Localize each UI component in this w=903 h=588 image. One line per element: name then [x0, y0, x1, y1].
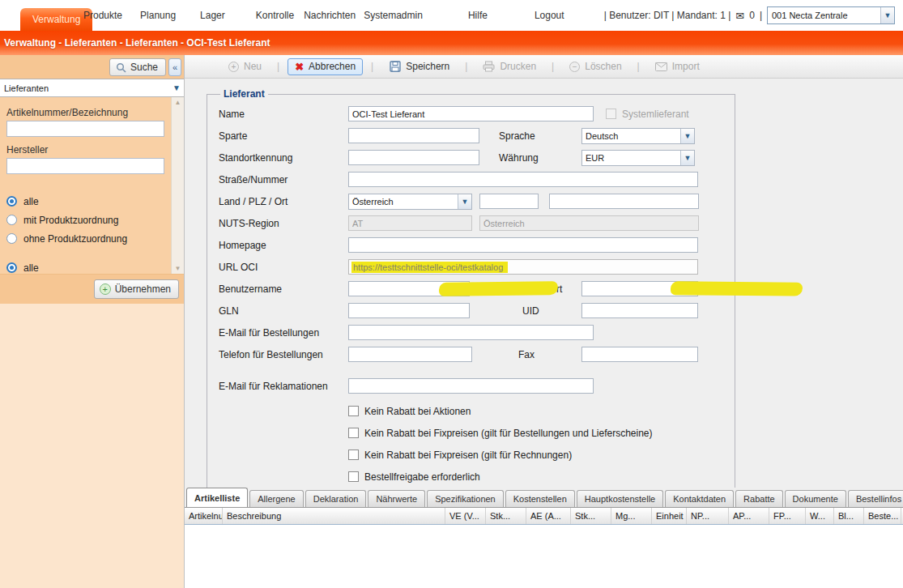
sparte-input[interactable] [348, 128, 479, 143]
homepage-input[interactable] [348, 237, 698, 253]
telefon-bestellungen-input[interactable] [348, 347, 472, 362]
ort-input[interactable] [549, 194, 699, 209]
fax-input[interactable] [581, 347, 698, 362]
radio-button-icon [6, 233, 17, 244]
col-stk-1[interactable]: Stk... [486, 508, 526, 524]
menu-kontrolle[interactable]: Kontrolle [256, 10, 294, 21]
col-mg[interactable]: Mg... [611, 508, 652, 524]
col-ve[interactable]: VE (V... [445, 508, 486, 524]
tab-artikelliste-label: Artikelliste [194, 493, 240, 503]
tab-naehrwerte[interactable]: Nährwerte [368, 490, 425, 507]
radio-button-icon [6, 262, 17, 273]
col-stk-2[interactable]: Stk... [571, 508, 611, 524]
email-bestellungen-input[interactable] [348, 325, 594, 340]
menu-produkte[interactable]: Produkte [83, 10, 122, 21]
search-button[interactable]: Suche [109, 58, 166, 76]
radio-alle-label: alle [23, 196, 39, 207]
tab-spezifikationen[interactable]: Spezifikationen [427, 490, 504, 507]
email-reklamationen-input[interactable] [348, 378, 594, 394]
standortkennung-input[interactable] [348, 150, 479, 165]
radio-alle[interactable]: alle [6, 192, 164, 211]
neu-button[interactable]: + Neu [221, 58, 269, 75]
row-email-reklamationen: E-Mail für Reklamationen [219, 375, 735, 397]
scroll-up-icon[interactable]: ▲ [175, 99, 181, 106]
url-oci-input[interactable]: https://testtschnittstelle-oci/testkatal… [348, 259, 698, 275]
neu-label: Neu [244, 61, 262, 72]
loeschen-button[interactable]: − Löschen [562, 58, 628, 75]
kein-rabatt-fixpreise-best-label: Kein Rabatt bei Fixpreisen (gilt für Bes… [364, 428, 653, 439]
action-toolbar: + Neu | ✖ Abbrechen | Speichern | [185, 55, 903, 79]
radio-ohne-produktzuordnung[interactable]: ohne Produktzuordnung [6, 229, 164, 248]
col-artikelnummer[interactable]: Artikelnu... [185, 508, 223, 524]
tab-spezifikationen-label: Spezifikationen [435, 494, 496, 504]
bestellfreigabe-checkbox[interactable] [348, 471, 359, 482]
chevron-down-icon: ▼ [680, 129, 694, 143]
gln-input[interactable] [348, 303, 470, 318]
tab-bestellinfos[interactable]: Bestellinfos [848, 490, 903, 507]
tab-dokumente[interactable]: Dokumente [785, 490, 846, 507]
hersteller-input[interactable] [6, 158, 164, 174]
kein-rabatt-fixpreise-best-checkbox[interactable] [348, 428, 359, 438]
radio-mit-label: mit Produktzuordnung [23, 215, 118, 226]
speichern-button[interactable]: Speichern [381, 58, 457, 75]
tab-deklaration[interactable]: Deklaration [305, 490, 367, 507]
col-np[interactable]: NP... [687, 508, 729, 524]
tab-dokumente-label: Dokumente [793, 494, 838, 504]
menu-nachrichten[interactable]: Nachrichten [304, 10, 356, 21]
tab-deklaration-label: Deklaration [313, 494, 359, 504]
module-select[interactable]: Lieferanten ▼ [0, 79, 184, 97]
mail-icon[interactable]: ✉ [735, 10, 744, 22]
drucken-button[interactable]: Drucken [475, 58, 543, 75]
kein-rabatt-fixpreise-rech-checkbox[interactable] [348, 450, 359, 460]
menu-logout[interactable]: Logout [535, 10, 564, 21]
col-fp[interactable]: FP... [769, 508, 806, 524]
name-input[interactable] [348, 106, 594, 121]
name-label: Name [219, 109, 348, 120]
tab-rabatte[interactable]: Rabatte [735, 490, 783, 507]
systemlieferant-checkbox[interactable] [606, 109, 616, 119]
import-button[interactable]: Import [648, 58, 707, 75]
tab-kostenstellen[interactable]: Kostenstellen [505, 490, 575, 507]
col-beste[interactable]: Beste... [864, 508, 901, 524]
filter-scrollbar[interactable]: ▲ ▼ [171, 97, 184, 274]
tab-verwaltung-label: Verwaltung [32, 14, 80, 25]
col-bl[interactable]: Bl... [834, 508, 864, 524]
menu-lager[interactable]: Lager [200, 10, 225, 21]
tab-artikelliste[interactable]: Artikelliste [186, 488, 248, 507]
abbrechen-button[interactable]: ✖ Abbrechen [288, 58, 363, 75]
strasse-input[interactable] [348, 172, 698, 187]
scroll-down-icon[interactable]: ▼ [175, 265, 181, 272]
row-checkbox-fixpreise-rechnungen: Kein Rabatt bei Fixpreisen (gilt für Rec… [219, 444, 735, 466]
tab-allergene[interactable]: Allergene [249, 490, 303, 507]
radio-mit-produktzuordnung[interactable]: mit Produktzuordnung [6, 211, 164, 229]
abbrechen-label: Abbrechen [309, 61, 356, 72]
import-envelope-icon [655, 61, 667, 73]
uid-label: UID [522, 305, 581, 317]
uebernehmen-button[interactable]: + Übernehmen [94, 279, 179, 299]
plz-input[interactable] [479, 194, 539, 209]
row-checkbox-aktionen: Kein Rabatt bei Aktionen [219, 400, 735, 422]
artikelnummer-input[interactable] [6, 121, 164, 137]
tab-hauptkostenstelle[interactable]: Hauptkostenstelle [577, 490, 663, 507]
sprache-select[interactable]: Deutsch ▼ [581, 128, 695, 144]
land-select[interactable]: Österreich ▼ [348, 194, 472, 210]
col-w[interactable]: W... [806, 508, 834, 524]
menu-systemadmin[interactable]: Systemadmin [364, 10, 423, 21]
toolbar-divider: | [465, 61, 467, 72]
tab-rabatte-label: Rabatte [743, 494, 775, 504]
col-ae[interactable]: AE (A... [526, 508, 571, 524]
radio-alle-2[interactable]: alle [6, 258, 164, 274]
menu-planung[interactable]: Planung [140, 10, 176, 21]
tab-kontaktdaten[interactable]: Kontaktdaten [665, 490, 734, 507]
col-ap[interactable]: AP... [729, 508, 769, 524]
row-benutzername-passwort: Benutzername Passwort [219, 278, 735, 300]
col-beschreibung[interactable]: Beschreibung [223, 508, 445, 524]
col-einheit[interactable]: Einheit [652, 508, 687, 524]
menu-hilfe[interactable]: Hilfe [468, 10, 488, 21]
mandant-select[interactable]: 001 Necta Zentrale ▼ [767, 6, 895, 24]
waehrung-select[interactable]: EUR ▼ [581, 150, 695, 166]
collapse-sidebar-button[interactable]: « [168, 58, 181, 76]
kein-rabatt-aktionen-checkbox[interactable] [348, 406, 359, 416]
tab-verwaltung[interactable]: Verwaltung [20, 8, 92, 31]
uid-input[interactable] [581, 303, 698, 318]
